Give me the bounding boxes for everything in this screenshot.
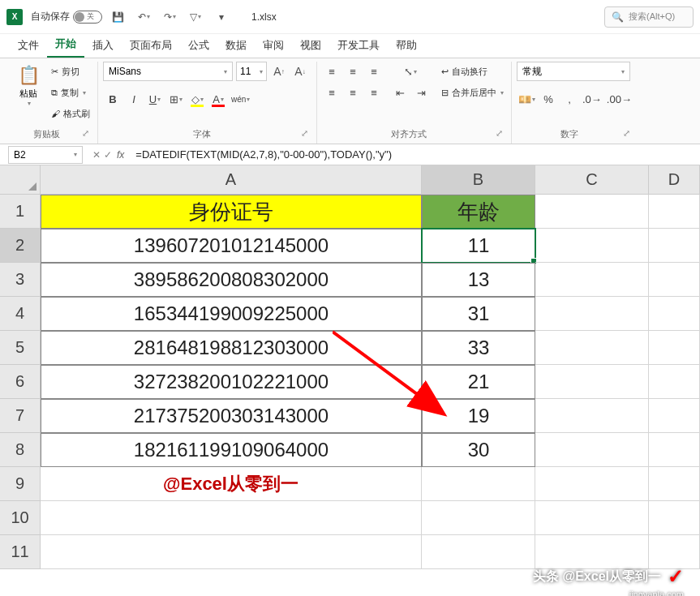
cell-a4[interactable]: 165344199009225000 (41, 297, 422, 331)
font-name-select[interactable]: MiSans▾ (103, 62, 233, 81)
tab-insert[interactable]: 插入 (84, 33, 122, 58)
fill-color-button[interactable]: ◇▾ (187, 89, 207, 109)
increase-decimal-icon[interactable]: .0→ (581, 89, 603, 109)
cell[interactable] (649, 365, 700, 399)
cell[interactable] (422, 501, 535, 535)
cell-b3[interactable]: 13 (422, 263, 535, 297)
cell[interactable] (422, 535, 535, 569)
cell-a3[interactable]: 389586200808302000 (41, 263, 422, 297)
align-middle-icon[interactable]: ≡ (343, 62, 363, 81)
phonetic-button[interactable]: wén▾ (230, 89, 251, 109)
fx-icon[interactable]: fx (117, 149, 124, 161)
cell-a9[interactable]: @Excel从零到一 (41, 467, 422, 501)
cell-b7[interactable]: 19 (422, 399, 535, 433)
cell[interactable] (649, 433, 700, 467)
align-left-icon[interactable]: ≡ (322, 83, 341, 102)
merge-button[interactable]: ⊟合并后居中▾ (439, 83, 506, 102)
cell[interactable] (535, 501, 649, 535)
cell-d1[interactable] (649, 195, 700, 229)
currency-button[interactable]: 💴▾ (517, 89, 537, 109)
percent-button[interactable]: % (539, 89, 558, 109)
redo-icon[interactable]: ↷▾ (159, 6, 180, 28)
align-bottom-icon[interactable]: ≡ (364, 62, 384, 81)
row-header[interactable]: 6 (0, 365, 41, 399)
grow-font-icon[interactable]: A↑ (270, 62, 288, 80)
cell[interactable] (535, 263, 649, 297)
col-header-b[interactable]: B (422, 165, 535, 195)
shrink-font-icon[interactable]: A↓ (291, 62, 309, 80)
launcher-icon[interactable]: ⤢ (623, 128, 630, 139)
tab-home[interactable]: 开始 (47, 32, 84, 58)
tab-layout[interactable]: 页面布局 (122, 33, 180, 58)
cell-b1[interactable]: 年龄 (422, 195, 535, 229)
cell[interactable] (535, 229, 649, 263)
cell[interactable] (535, 433, 649, 467)
cell[interactable] (649, 501, 700, 535)
row-header[interactable]: 10 (0, 501, 41, 535)
cell-b4[interactable]: 31 (422, 297, 535, 331)
cell-d9[interactable] (649, 467, 700, 501)
cell[interactable] (649, 297, 700, 331)
bold-button[interactable]: B (103, 89, 122, 109)
row-header[interactable]: 4 (0, 297, 41, 331)
copy-button[interactable]: ⧉复制▾ (49, 83, 92, 102)
cell-a6[interactable]: 327238200102221000 (41, 365, 422, 399)
launcher-icon[interactable]: ⤢ (301, 128, 308, 139)
cell-a2[interactable]: 139607201012145000 (41, 229, 422, 263)
wrap-text-button[interactable]: ↩自动换行 (439, 62, 506, 81)
tab-data[interactable]: 数据 (217, 33, 255, 58)
toggle-switch[interactable]: 关 (73, 11, 102, 24)
underline-button[interactable]: U▾ (145, 89, 165, 109)
launcher-icon[interactable]: ⤢ (496, 128, 503, 139)
cell[interactable] (41, 535, 422, 569)
cell[interactable] (649, 331, 700, 365)
select-all-corner[interactable] (0, 165, 41, 195)
align-top-icon[interactable]: ≡ (322, 62, 341, 81)
tab-developer[interactable]: 开发工具 (329, 33, 388, 58)
col-header-c[interactable]: C (535, 165, 649, 195)
indent-decrease-icon[interactable]: ⇤ (390, 83, 410, 102)
format-painter-button[interactable]: 🖌格式刷 (49, 104, 92, 123)
formula-input[interactable]: =DATEDIF(TEXT(MID(A2,7,8),"0-00-00"),TOD… (135, 148, 392, 161)
tab-review[interactable]: 审阅 (255, 33, 292, 58)
qat-overflow-icon[interactable]: ▾ (211, 6, 232, 28)
italic-button[interactable]: I (124, 89, 144, 109)
tab-view[interactable]: 视图 (292, 33, 329, 58)
cell[interactable] (649, 535, 700, 569)
font-color-button[interactable]: A▾ (208, 89, 228, 109)
align-center-icon[interactable]: ≡ (343, 83, 363, 102)
cell-b9[interactable] (422, 467, 535, 501)
paste-button[interactable]: 📋 粘贴 ▾ (11, 62, 45, 110)
col-header-d[interactable]: D (649, 165, 700, 195)
autosave-toggle[interactable]: 自动保存 关 (31, 10, 102, 24)
font-size-select[interactable]: 11▾ (236, 62, 267, 81)
row-header[interactable]: 8 (0, 433, 41, 467)
cell-a5[interactable]: 281648198812303000 (41, 331, 422, 365)
filter-icon[interactable]: ▽▾ (185, 6, 206, 28)
save-icon[interactable]: 💾 (107, 6, 128, 28)
cell[interactable] (535, 297, 649, 331)
row-header[interactable]: 3 (0, 263, 41, 297)
cell-b5[interactable]: 33 (422, 331, 535, 365)
tab-help[interactable]: 帮助 (388, 33, 425, 58)
cell-a7[interactable]: 217375200303143000 (41, 399, 422, 433)
border-button[interactable]: ⊞▾ (166, 89, 186, 109)
cell[interactable] (535, 535, 649, 569)
cell[interactable] (649, 229, 700, 263)
cell[interactable] (649, 263, 700, 297)
cell[interactable] (535, 365, 649, 399)
cell-a8[interactable]: 182161199109064000 (41, 433, 422, 467)
undo-icon[interactable]: ↶▾ (133, 6, 154, 28)
row-header[interactable]: 11 (0, 535, 41, 569)
cell-a1[interactable]: 身份证号 (41, 195, 422, 229)
cell[interactable] (649, 399, 700, 433)
cell[interactable] (535, 399, 649, 433)
cell[interactable] (41, 501, 422, 535)
cell-b8[interactable]: 30 (422, 433, 535, 467)
decrease-decimal-icon[interactable]: .00→ (605, 89, 633, 109)
col-header-a[interactable]: A (41, 165, 422, 195)
orientation-button[interactable]: ⤡▾ (390, 62, 431, 81)
search-input[interactable]: 🔍 搜索(Alt+Q) (604, 6, 694, 28)
cell-b6[interactable]: 21 (422, 365, 535, 399)
enter-formula-icon[interactable]: ✓ (104, 149, 112, 161)
